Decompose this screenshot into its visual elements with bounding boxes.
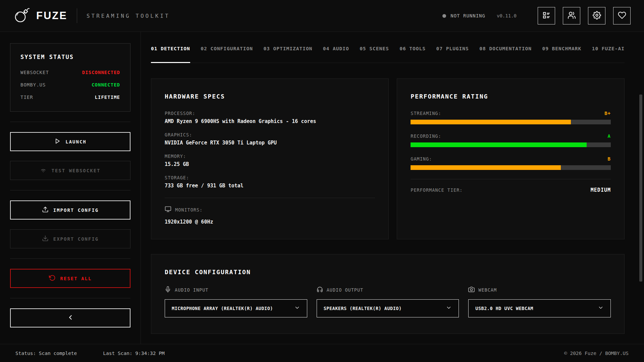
spec-value: NVIDIA GeForce RTX 3050 Ti Laptop GPU: [165, 140, 375, 146]
bomb-logo-icon: [13, 6, 31, 25]
system-status-title: SYSTEM STATUS: [20, 54, 120, 60]
performance-rating-card: PERFORMANCE RATING STREAMING: B+ RECORDI…: [397, 78, 625, 239]
import-config-button[interactable]: IMPORT CONFIG: [10, 200, 130, 220]
hardware-specs-card: HARDWARE SPECS PROCESSOR: AMD Ryzen 9 69…: [151, 78, 389, 239]
launch-button[interactable]: LAUNCH: [10, 132, 130, 151]
app-logo-text: FUZE: [36, 10, 67, 22]
tab-documentation[interactable]: 08 DOCUMENTATION: [479, 46, 532, 63]
webcam-field: WEBCAM USB2.0 HD UVC WEBCAM: [468, 286, 611, 317]
dashboard-icon: [542, 11, 551, 20]
settings-button[interactable]: [588, 7, 605, 24]
app-window: FUZE STREAMING TOOLKIT NOT RUNNING v0.11…: [0, 0, 644, 362]
tab-plugins[interactable]: 07 PLUGINS: [436, 46, 469, 63]
chevron-down-icon: [291, 305, 300, 312]
webcam-value: USB2.0 HD UVC WEBCAM: [475, 306, 533, 311]
wifi-icon: [40, 167, 47, 174]
play-icon: [54, 138, 61, 145]
spec-value: 15.25 GB: [165, 161, 375, 167]
settings-gear-icon: [593, 11, 601, 20]
test-websocket-button-label: TEST WEBSOCKET: [51, 168, 100, 173]
export-config-button[interactable]: EXPORT CONFIG: [10, 229, 130, 248]
run-status-text: NOT RUNNING: [450, 13, 485, 18]
users-icon: [568, 11, 576, 20]
app-header: FUZE STREAMING TOOLKIT NOT RUNNING v0.11…: [0, 0, 644, 32]
import-config-button-label: IMPORT CONFIG: [53, 207, 99, 213]
spec-label: PROCESSOR:: [165, 111, 375, 116]
spec-processor: PROCESSOR: AMD Ryzen 9 6900HS with Radeo…: [165, 111, 375, 124]
rating-grade: B+: [604, 111, 611, 116]
collapse-sidebar-button[interactable]: [10, 308, 130, 327]
status-row-websocket: WEBSOCKET DISCONNECTED: [20, 70, 120, 75]
rating-recording: RECORDING: A: [411, 133, 611, 147]
rating-label: RECORDING:: [411, 133, 441, 139]
spec-storage: STORAGE: 733 GB free / 931 GB total: [165, 175, 375, 189]
favorites-button[interactable]: [613, 7, 631, 24]
test-websocket-button[interactable]: TEST WEBSOCKET: [10, 161, 130, 180]
rating-bar-fill: [411, 120, 571, 124]
header-separator: [77, 8, 77, 23]
status-label: TIER: [20, 95, 33, 100]
chevron-down-icon: [594, 305, 604, 312]
vertical-scrollbar[interactable]: [639, 95, 642, 282]
users-button[interactable]: [563, 7, 580, 24]
rating-bar-fill: [411, 142, 587, 147]
footer-last-scan: Last Scan: 9:34:32 PM: [103, 351, 164, 356]
microphone-icon: [165, 286, 171, 294]
status-label: BOMBY.US: [20, 82, 46, 87]
upload-icon: [42, 206, 49, 214]
status-row-bomby-us: BOMBY.US CONNECTED: [20, 82, 120, 87]
tab-audio[interactable]: 04 AUDIO: [323, 46, 349, 63]
performance-tier-row: PERFORMANCE TIER: MEDIUM: [411, 187, 611, 193]
audio-input-value: MICROPHONE ARRAY (REALTEK(R) AUDIO): [172, 306, 273, 311]
webcam-label: WEBCAM: [478, 287, 497, 293]
performance-rating-title: PERFORMANCE RATING: [411, 93, 611, 100]
main-content: 01 DETECTION 02 CONFIGURATION 03 OPTIMIZ…: [141, 32, 644, 344]
performance-card-divider: [411, 179, 611, 179]
rating-bar-fill: [411, 165, 561, 170]
audio-input-label: AUDIO INPUT: [175, 287, 208, 293]
status-value: DISCONNECTED: [82, 70, 120, 75]
rating-bar-track: [411, 120, 611, 124]
rating-bar-track: [411, 142, 611, 147]
reset-icon: [49, 275, 56, 282]
monitors-value: 1920x1200 @ 60Hz: [165, 219, 375, 225]
tab-detection[interactable]: 01 DETECTION: [151, 46, 190, 63]
chevron-down-icon: [442, 305, 452, 312]
audio-output-select[interactable]: SPEAKERS (REALTEK(R) AUDIO): [317, 299, 459, 317]
webcam-icon: [468, 286, 475, 294]
monitor-icon: [165, 206, 171, 214]
launch-button-label: LAUNCH: [65, 139, 87, 144]
headphones-icon: [317, 286, 323, 294]
reset-all-button[interactable]: RESET ALL: [10, 269, 130, 288]
status-value: LIFETIME: [95, 95, 120, 100]
rating-grade: B: [608, 156, 611, 162]
spec-label: STORAGE:: [165, 175, 375, 180]
app-subtitle: STREAMING TOOLKIT: [87, 13, 170, 19]
sidebar-divider: [10, 122, 130, 122]
tab-configuration[interactable]: 02 CONFIGURATION: [201, 46, 253, 63]
rating-gaming: GAMING: B: [411, 156, 611, 170]
tab-benchmark[interactable]: 09 BENCHMARK: [542, 46, 581, 63]
tab-optimization[interactable]: 03 OPTIMIZATION: [263, 46, 312, 63]
audio-output-field: AUDIO OUTPUT SPEAKERS (REALTEK(R) AUDIO): [317, 286, 459, 317]
webcam-select[interactable]: USB2.0 HD UVC WEBCAM: [468, 299, 611, 317]
sidebar-divider: [10, 190, 130, 190]
footer-copyright: © 2026 Fuze / BOMBY.US: [564, 351, 629, 356]
tab-scenes[interactable]: 05 SCENES: [360, 46, 389, 63]
status-bar: Status: Scan complete Last Scan: 9:34:32…: [0, 344, 644, 362]
audio-input-select[interactable]: MICROPHONE ARRAY (REALTEK(R) AUDIO): [165, 299, 307, 317]
sidebar: SYSTEM STATUS WEBSOCKET DISCONNECTED BOM…: [0, 32, 141, 344]
dashboard-button[interactable]: [538, 7, 555, 24]
audio-input-field: AUDIO INPUT MICROPHONE ARRAY (REALTEK(R)…: [165, 286, 307, 317]
status-label: WEBSOCKET: [20, 70, 49, 75]
system-status-panel: SYSTEM STATUS WEBSOCKET DISCONNECTED BOM…: [10, 43, 130, 112]
tab-tools[interactable]: 06 TOOLS: [399, 46, 426, 63]
export-config-button-label: EXPORT CONFIG: [53, 236, 99, 242]
device-configuration-card: DEVICE CONFIGURATION AUDIO INPUT: [151, 254, 625, 334]
footer-status-text: Status: Scan complete: [15, 351, 77, 356]
spec-label: GRAPHICS:: [165, 132, 375, 137]
monitors-row: MONITORS:: [165, 206, 375, 214]
download-icon: [42, 235, 49, 243]
version-label: v0.11.0: [497, 13, 517, 18]
tab-fuze-ai[interactable]: 10 FUZE-AI: [592, 46, 625, 63]
